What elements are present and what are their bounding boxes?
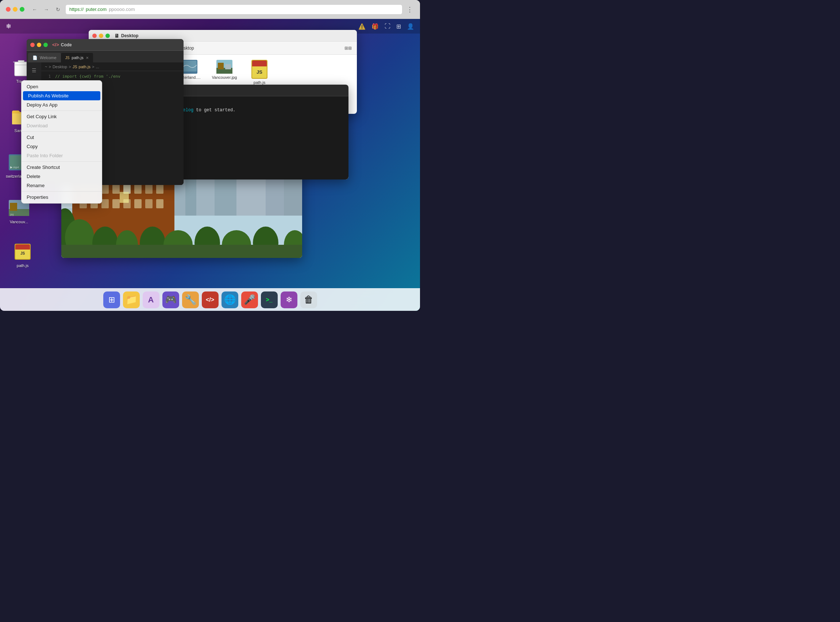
user-icon[interactable]: 👤 (407, 23, 414, 30)
dock-apps-grid[interactable]: ⊞ (103, 291, 120, 308)
tools-icon: 🔧 (184, 294, 196, 305)
vancouver-file-label: Vancouver.jpg (212, 75, 237, 79)
reload-button[interactable]: ↻ (53, 5, 63, 14)
back-button[interactable]: ← (30, 5, 39, 14)
url-other: ppoooo.com (109, 6, 135, 12)
maximize-button[interactable] (20, 7, 24, 12)
dock-trash[interactable]: 🗑 (300, 291, 317, 308)
code-close-button[interactable] (30, 43, 35, 47)
gift-icon[interactable]: 🎁 (372, 23, 379, 30)
dock-terminal[interactable]: >_ (261, 291, 278, 308)
dock-mic[interactable]: 🎤 (241, 291, 258, 308)
ctx-open[interactable]: Open (21, 82, 102, 91)
welcome-tab-icon: 📄 (32, 55, 38, 60)
code-titlebar: </> Code (27, 39, 183, 51)
context-menu: Open Publish As Website Deploy As App Ge… (21, 80, 102, 204)
svg-rect-59 (120, 192, 129, 203)
url-domain: puter.com (86, 6, 107, 12)
fm-maximize-button[interactable] (105, 34, 110, 38)
warning-icon[interactable]: ⚠️ (358, 23, 366, 30)
svg-rect-0 (15, 62, 28, 76)
fm-file-vancouver[interactable]: Vancouver.jpg (210, 58, 239, 81)
fullscreen-icon[interactable]: ⛶ (384, 23, 390, 29)
ctx-divider-4 (21, 191, 102, 192)
dock-tools[interactable]: 🔧 (182, 291, 199, 308)
ctx-download: Download (21, 121, 102, 130)
svg-rect-41 (113, 199, 120, 208)
code-tabs: 📄 Welcome JS path.js ✕ (27, 51, 183, 63)
mic-icon: 🎤 (244, 294, 255, 305)
svg-rect-18 (185, 179, 196, 216)
fonts-icon: A (148, 295, 154, 305)
svg-rect-35 (134, 184, 142, 194)
pathjs-file-label: path.js (254, 80, 265, 85)
browser-titlebar: ← → ↻ https://puter.com ppoooo.com ⋮ (0, 0, 420, 19)
code-tab-pathjs[interactable]: JS path.js ✕ (61, 53, 93, 63)
svg-rect-22 (266, 177, 284, 216)
code-tab-close[interactable]: ✕ (86, 56, 89, 60)
code-dock-icon: </> (206, 297, 214, 303)
files-icon: 📁 (125, 294, 137, 305)
dock-puter[interactable]: ❄ (281, 291, 297, 308)
vancouver-label: Vancouv... (10, 220, 28, 224)
ctx-create-shortcut[interactable]: Create Shortcut (21, 163, 102, 172)
filemanager-icon: 🖥 (114, 33, 119, 39)
dock-globe[interactable]: 🌐 (221, 291, 238, 308)
svg-text:jpg: jpg (10, 213, 14, 216)
ctx-properties[interactable]: Properties (21, 193, 102, 202)
svg-rect-33 (113, 184, 120, 194)
ctx-cut[interactable]: Cut (21, 133, 102, 142)
svg-rect-58 (61, 245, 302, 258)
qr-icon[interactable]: ⊞ (396, 23, 401, 30)
ctx-get-copy-link[interactable]: Get Copy Link (21, 112, 102, 121)
url-secure: https:// (69, 6, 84, 12)
dock-fonts[interactable]: A (143, 291, 160, 308)
svg-rect-7 (10, 203, 17, 211)
ctx-divider-1 (21, 111, 102, 111)
svg-rect-13 (218, 63, 224, 69)
ctx-publish-website[interactable]: Publish As Website (23, 91, 101, 100)
fm-minimize-button[interactable] (99, 34, 103, 38)
desktop-icon-pathjs[interactable]: JS path.js (8, 241, 37, 268)
dock-code[interactable]: </> (202, 291, 219, 308)
desktop: ❄ ⚠️ 🎁 ⛶ ⊞ 👤 Trash (0, 19, 420, 311)
close-button[interactable] (6, 7, 11, 12)
code-minimize-button[interactable] (37, 43, 41, 47)
switzerland-file-icon (181, 60, 197, 74)
ctx-delete[interactable]: Delete (21, 172, 102, 181)
ctx-deploy-app[interactable]: Deploy As App (21, 100, 102, 110)
apps-grid-icon: ⊞ (108, 295, 115, 305)
dock-gaming[interactable]: 🎮 (162, 291, 179, 308)
svg-rect-32 (101, 184, 109, 194)
forward-button[interactable]: → (42, 5, 51, 14)
ctx-paste-into-folder: Paste Into Folder (21, 151, 102, 160)
svg-text:▶ mp4: ▶ mp4 (10, 166, 19, 169)
ctx-divider-2 (21, 131, 102, 132)
topbar-right: ⚠️ 🎁 ⛶ ⊞ 👤 (358, 23, 414, 30)
svg-rect-43 (134, 199, 142, 208)
browser-window: ← → ↻ https://puter.com ppoooo.com ⋮ ❄ ⚠… (0, 0, 420, 311)
dock-files[interactable]: 📁 (123, 291, 140, 308)
fm-grid-view-button[interactable]: ⊞⊞ (343, 43, 353, 53)
taskbar: ⊞ 📁 A 🎮 🔧 </> 🌐 🎤 > (0, 288, 420, 311)
svg-rect-37 (156, 184, 163, 194)
svg-rect-20 (215, 175, 236, 216)
pathjs-icon: JS (12, 241, 33, 262)
traffic-lights (6, 7, 24, 12)
explorer-icon[interactable]: ☰ (29, 65, 39, 76)
fm-close-button[interactable] (92, 34, 97, 38)
fm-file-pathjs[interactable]: JS path.js (245, 58, 274, 86)
pathjs-label: path.js (17, 264, 29, 268)
svg-rect-14 (225, 64, 231, 69)
code-tab-welcome[interactable]: 📄 Welcome (28, 53, 61, 63)
pathjs-file-icon: JS (252, 60, 267, 79)
puter-dock-icon: ❄ (286, 295, 292, 305)
code-maximize-button[interactable] (43, 43, 48, 47)
browser-menu-button[interactable]: ⋮ (406, 5, 414, 14)
ctx-copy[interactable]: Copy (21, 142, 102, 151)
ctx-rename[interactable]: Rename (21, 181, 102, 190)
minimize-button[interactable] (13, 7, 18, 12)
code-title: </> Code (52, 42, 72, 47)
gaming-icon: 🎮 (165, 294, 177, 305)
address-bar[interactable]: https://puter.com ppoooo.com (65, 5, 402, 15)
